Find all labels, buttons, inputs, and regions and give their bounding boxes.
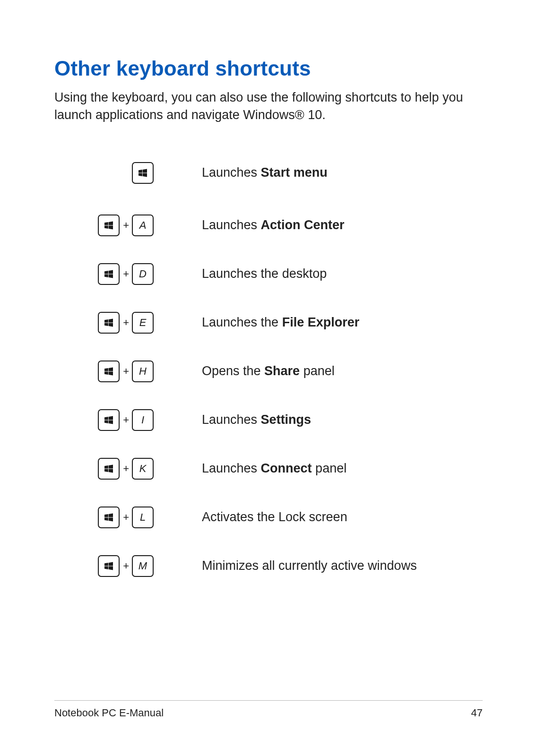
desc-suffix: panel [300, 364, 335, 378]
key-combo: + H [54, 361, 154, 382]
shortcut-row-settings: + I Launches Settings [54, 409, 483, 431]
desc-prefix: Launches [202, 165, 261, 180]
desc-prefix: Launches the [202, 315, 282, 329]
windows-logo-icon [104, 513, 113, 522]
windows-logo-icon [104, 416, 113, 424]
windows-key [98, 215, 120, 236]
intro-paragraph: Using the keyboard, you can also use the… [54, 89, 483, 124]
key-combo: + M [54, 555, 154, 577]
desc-bold: Start menu [261, 165, 328, 180]
desc-prefix: Launches the desktop [202, 266, 327, 281]
windows-key [98, 361, 120, 382]
footer-label: Notebook PC E-Manual [54, 707, 164, 719]
shortcut-row-share: + H Opens the Share panel [54, 361, 483, 382]
desc-prefix: Activates the Lock screen [202, 510, 347, 524]
shortcut-description: Launches Settings [154, 412, 483, 428]
windows-logo-icon [104, 562, 113, 570]
key-combo: + I [54, 409, 154, 431]
letter-key: D [132, 263, 154, 285]
plus-separator: + [123, 220, 129, 231]
key-combo: + D [54, 263, 154, 285]
desc-prefix: Launches [202, 218, 261, 232]
windows-key [98, 312, 120, 334]
shortcut-row-start-menu: Launches Start menu [54, 162, 483, 184]
key-combo: + E [54, 312, 154, 334]
windows-key [98, 409, 120, 431]
shortcut-description: Launches Action Center [154, 217, 483, 233]
plus-separator: + [123, 318, 129, 328]
letter-key: K [132, 458, 154, 480]
page-footer: Notebook PC E-Manual 47 [54, 707, 483, 719]
shortcut-description: Opens the Share panel [154, 363, 483, 379]
windows-logo-icon [104, 367, 113, 376]
desc-bold: Connect [261, 461, 312, 475]
windows-logo-icon [104, 221, 113, 230]
windows-key [98, 263, 120, 285]
letter-key: L [132, 507, 154, 528]
shortcut-description: Activates the Lock screen [154, 509, 483, 525]
desc-bold: File Explorer [282, 315, 360, 329]
desc-bold: Share [264, 364, 300, 378]
windows-key [132, 162, 154, 184]
letter-key: A [132, 215, 154, 236]
desc-suffix: panel [312, 461, 347, 475]
page-title: Other keyboard shortcuts [54, 57, 483, 80]
shortcut-description: Launches the File Explorer [154, 314, 483, 331]
shortcuts-list: Launches Start menu + A Launches Action … [54, 162, 483, 577]
windows-key [98, 458, 120, 480]
letter-key: I [132, 409, 154, 431]
shortcut-description: Launches Connect panel [154, 460, 483, 477]
letter-key: E [132, 312, 154, 334]
letter-key: H [132, 361, 154, 382]
desc-prefix: Launches [202, 412, 261, 427]
plus-separator: + [123, 512, 129, 523]
shortcut-description: Launches the desktop [154, 266, 483, 282]
key-combo: + K [54, 458, 154, 480]
footer-divider [54, 700, 483, 701]
shortcut-description: Minimizes all currently active windows [154, 558, 483, 574]
plus-separator: + [123, 464, 129, 474]
windows-key [98, 555, 120, 577]
shortcut-row-desktop: + D Launches the desktop [54, 263, 483, 285]
key-combo: + L [54, 507, 154, 528]
plus-separator: + [123, 415, 129, 425]
shortcut-row-minimize: + M Minimizes all currently active windo… [54, 555, 483, 577]
windows-logo-icon [139, 169, 147, 177]
page-number: 47 [471, 707, 483, 719]
shortcut-row-lock: + L Activates the Lock screen [54, 507, 483, 528]
windows-key [98, 507, 120, 528]
key-combo [54, 162, 154, 184]
windows-logo-icon [104, 318, 113, 327]
shortcut-row-connect: + K Launches Connect panel [54, 458, 483, 480]
plus-separator: + [123, 366, 129, 377]
key-combo: + A [54, 215, 154, 236]
windows-logo-icon [104, 464, 113, 473]
desc-prefix: Opens the [202, 364, 264, 378]
desc-prefix: Minimizes all currently active windows [202, 558, 417, 573]
windows-logo-icon [104, 270, 113, 278]
desc-prefix: Launches [202, 461, 261, 475]
plus-separator: + [123, 561, 129, 571]
desc-bold: Action Center [261, 218, 345, 232]
shortcut-description: Launches Start menu [154, 164, 483, 181]
shortcut-row-file-explorer: + E Launches the File Explorer [54, 312, 483, 334]
plus-separator: + [123, 269, 129, 279]
shortcut-row-action-center: + A Launches Action Center [54, 215, 483, 236]
letter-key: M [132, 555, 154, 577]
desc-bold: Settings [261, 412, 312, 427]
page-content: Other keyboard shortcuts Using the keybo… [0, 0, 537, 577]
